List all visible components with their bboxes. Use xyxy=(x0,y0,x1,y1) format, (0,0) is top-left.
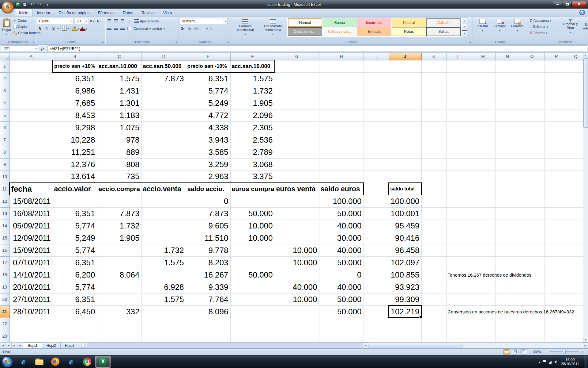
cell-E3[interactable]: 5,774 xyxy=(186,85,230,97)
cell-J2[interactable] xyxy=(389,72,421,85)
cell-P23[interactable] xyxy=(544,330,569,342)
help-button[interactable] xyxy=(579,10,585,15)
cell-C11[interactable]: accio.compra xyxy=(97,183,141,195)
cell-F18[interactable]: 50.000 xyxy=(230,269,275,281)
cell-style-entrada[interactable]: Entrada xyxy=(357,27,391,36)
cell-P14[interactable] xyxy=(544,220,569,232)
cell-D3[interactable] xyxy=(141,85,186,97)
cell-L23[interactable] xyxy=(446,330,471,342)
zoom-out-button[interactable]: − xyxy=(543,350,548,354)
cell-G10[interactable] xyxy=(275,171,319,183)
cell-N7[interactable] xyxy=(495,134,520,146)
cell-E13[interactable]: 7.873 xyxy=(186,207,230,220)
cell-K22[interactable] xyxy=(421,318,446,330)
cell-I16[interactable] xyxy=(364,244,389,256)
cell-K8[interactable] xyxy=(421,146,446,158)
cell-M12[interactable] xyxy=(471,195,495,207)
cell-D18[interactable] xyxy=(141,269,186,281)
cell-style-buena[interactable]: Buena xyxy=(322,18,357,27)
cell-M22[interactable] xyxy=(471,318,495,330)
cell-F6[interactable]: 2.305 xyxy=(230,121,275,134)
cell-O22[interactable] xyxy=(520,318,544,330)
format-cells-caret-icon[interactable] xyxy=(517,29,518,32)
cell-E17[interactable]: 8.203 xyxy=(186,256,230,269)
cell-Q11[interactable] xyxy=(569,183,583,195)
cell-F13[interactable]: 50.000 xyxy=(230,207,275,220)
number-format-select[interactable]: Número xyxy=(180,18,228,24)
cell-E6[interactable]: 4,338 xyxy=(186,121,230,134)
cell-I7[interactable] xyxy=(364,134,389,146)
row-header-20[interactable]: 20 xyxy=(0,293,9,305)
cell-H13[interactable]: 50.000 xyxy=(319,207,364,220)
cell-H19[interactable]: 40.000 xyxy=(319,281,364,293)
tab-f-rmulas[interactable]: Fórmulas xyxy=(94,9,119,16)
cell-D4[interactable] xyxy=(141,97,186,109)
align-right-button[interactable] xyxy=(120,26,126,32)
borders-caret-icon[interactable] xyxy=(68,26,69,31)
cell-H15[interactable]: 30.000 xyxy=(319,232,364,244)
numero-dialog-launcher-icon[interactable] xyxy=(226,40,230,44)
find-select-button[interactable]: Buscar y seleccionar xyxy=(580,17,588,35)
cell-C17[interactable] xyxy=(97,256,141,269)
cell-K17[interactable] xyxy=(421,256,446,269)
cell-D6[interactable] xyxy=(141,121,186,134)
cell-E18[interactable]: 16.267 xyxy=(186,269,230,281)
cell-H3[interactable] xyxy=(319,85,364,97)
name-box-caret-icon[interactable] xyxy=(34,46,38,52)
scroll-left-button[interactable] xyxy=(363,343,368,348)
zoom-in-button[interactable]: + xyxy=(581,350,585,354)
tab-revisar[interactable]: Revisar xyxy=(138,9,159,16)
cell-A19[interactable]: 20/10/2011 xyxy=(9,281,53,293)
cell-N11[interactable] xyxy=(495,183,520,195)
cell-I17[interactable] xyxy=(364,256,389,269)
cell-Q19[interactable] xyxy=(569,281,583,293)
undo-button[interactable] xyxy=(29,1,35,7)
cell-C15[interactable]: 1.905 xyxy=(97,232,141,244)
cell-E15[interactable]: 11.510 xyxy=(186,232,230,244)
column-header-O[interactable]: O xyxy=(520,53,544,60)
next-sheet-button[interactable] xyxy=(12,343,17,348)
cell-C4[interactable]: 1.301 xyxy=(97,97,141,109)
cell-C5[interactable]: 1.183 xyxy=(97,109,141,121)
cell-A6[interactable] xyxy=(9,121,53,134)
cell-I1[interactable] xyxy=(364,60,389,72)
cell-H12[interactable]: 100.000 xyxy=(319,195,364,207)
cell-J5[interactable] xyxy=(389,109,421,121)
cell-E12[interactable]: 0 xyxy=(186,195,230,207)
cell-N13[interactable] xyxy=(495,207,520,220)
cell-E23[interactable] xyxy=(186,330,230,342)
cell-J1[interactable] xyxy=(389,60,421,72)
cell-F17[interactable] xyxy=(230,256,275,269)
cell-E5[interactable]: 4,772 xyxy=(186,109,230,121)
cell-B4[interactable]: 7,685 xyxy=(53,97,97,109)
cell-I11[interactable] xyxy=(364,183,389,195)
italic-button[interactable]: K xyxy=(44,25,50,31)
cell-G7[interactable] xyxy=(275,134,319,146)
cell-I10[interactable] xyxy=(364,171,389,183)
cell-L7[interactable] xyxy=(446,134,471,146)
cell-M5[interactable] xyxy=(471,109,495,121)
cell-B17[interactable]: 6,351 xyxy=(53,256,97,269)
cell-M6[interactable] xyxy=(471,121,495,134)
cell-C1[interactable]: acc.san.10.000 xyxy=(97,60,141,72)
underline-caret-icon[interactable] xyxy=(57,26,59,31)
chevron-down-icon[interactable] xyxy=(84,18,88,24)
cell-M1[interactable] xyxy=(471,60,495,72)
bold-button[interactable]: N xyxy=(37,25,43,31)
cell-J3[interactable] xyxy=(389,85,421,97)
insert-function-button[interactable] xyxy=(38,45,47,52)
sort-filter-caret-icon[interactable] xyxy=(570,30,571,34)
cell-I3[interactable] xyxy=(364,85,389,97)
cell-N20[interactable] xyxy=(495,293,520,305)
cell-K23[interactable] xyxy=(421,330,446,342)
save-button[interactable] xyxy=(21,1,28,7)
font-color-icon[interactable] xyxy=(80,26,85,31)
cell-L11[interactable] xyxy=(446,183,471,195)
cell-O17[interactable] xyxy=(520,256,544,269)
portapapeles-dialog-launcher-icon[interactable] xyxy=(32,40,35,44)
cell-P10[interactable] xyxy=(544,171,569,183)
increase-decimal-button[interactable]: ←.0 xyxy=(202,25,208,31)
autosum-caret-icon[interactable] xyxy=(550,19,551,22)
autosum-button[interactable]: Autosuma xyxy=(529,17,561,24)
cell-Q17[interactable] xyxy=(569,256,583,269)
